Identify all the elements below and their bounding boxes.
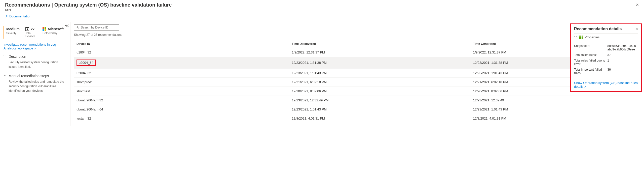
stat-detected-by: Microsoft Detected by <box>40 26 67 39</box>
table-row[interactable]: u1804_32 1/9/2022, 12:31:37 PM 1/9/2022,… <box>74 48 640 57</box>
recommendation-details-panel: Recommendation details ✕ ﹀ Properties Sn… <box>570 23 642 92</box>
external-link-icon: ↗ <box>5 14 8 18</box>
description-title: Description <box>9 54 26 59</box>
description-body: Security related system configuration is… <box>4 60 67 69</box>
stat-severity: Medium Severity <box>4 26 23 39</box>
cell-discovered: 12/20/2021, 8:02:06 PM <box>289 87 470 96</box>
stats-row: Medium Severity 27 Total Devices Microso… <box>4 26 67 39</box>
property-value: 1 <box>608 59 638 66</box>
property-key: SnapshotId: <box>574 44 608 51</box>
property-row: SnapshotId: 8dc9c538-3962-4600-abd9-c7b6… <box>574 43 638 52</box>
properties-toggle[interactable]: ﹀ Properties <box>574 33 638 41</box>
investigate-label: Investigate recommendations in Log Analy… <box>4 43 56 50</box>
external-link-icon: ↗ <box>34 47 36 50</box>
cell-discovered: 12/23/2021, 1:01:43 PM <box>289 105 470 114</box>
cell-discovered: 12/8/2021, 4:01:31 PM <box>289 114 470 123</box>
show-baseline-rules-link[interactable]: Show Operation system (OS) baseline rule… <box>574 81 638 89</box>
description-toggle[interactable]: ﹀ Description <box>4 54 67 59</box>
external-link-icon: ↗ <box>584 85 586 88</box>
cell-device: u1804_32 <box>74 48 289 57</box>
cell-discovered: 12/23/2021, 1:01:43 PM <box>289 69 470 78</box>
property-row: Total rules failed duo to error: 1 <box>574 58 638 67</box>
cell-device: u2004_64 <box>74 57 289 69</box>
cell-generated: 12/23/2021, 1:01:43 PM <box>471 105 640 114</box>
property-key: Total failed rules: <box>574 53 608 57</box>
cell-generated: 12/8/2021, 4:01:31 PM <box>471 114 640 123</box>
remediation-toggle[interactable]: ﹀ Manual remediation steps <box>4 74 67 78</box>
cell-discovered: 12/23/2021, 12:32:49 PM <box>289 96 470 105</box>
sidebar: ≪ Medium Severity 27 Total Devices Micro… <box>0 22 70 126</box>
property-key: Total important failed rules: <box>574 68 608 75</box>
description-section: ﹀ Description Security related system co… <box>4 54 67 69</box>
cell-device: ubuntu2004arm64 <box>74 105 289 114</box>
collapse-sidebar-button[interactable]: ≪ <box>65 23 69 27</box>
breadcrumb: Kfir1 <box>5 8 639 12</box>
cell-device: sbomtest <box>74 87 289 96</box>
table-row[interactable]: ubuntu2004arm64 12/23/2021, 1:01:43 PM 1… <box>74 105 640 114</box>
cell-discovered: 12/21/2021, 6:02:18 PM <box>289 78 470 87</box>
stat-total-devices: 27 Total Devices <box>23 26 40 39</box>
table-row[interactable]: testarm32 12/8/2021, 4:01:31 PM 12/8/202… <box>74 114 640 123</box>
table-row[interactable]: ubuntu2004arm32 12/23/2021, 12:32:49 PM … <box>74 96 640 105</box>
page-header: Recommendations | Operating system (OS) … <box>0 0 644 13</box>
documentation-label: Documentation <box>9 14 31 18</box>
cell-device: u2004_32 <box>74 69 289 78</box>
page-title: Recommendations | Operating system (OS) … <box>5 2 639 8</box>
severity-value: Medium <box>6 27 20 31</box>
property-value: 8dc9c538-3962-4600-abd9-c7b66dc09eee <box>608 44 638 51</box>
cell-device: sbomprod1 <box>74 78 289 87</box>
table-row[interactable]: u2004_32 12/23/2021, 1:01:43 PM 12/23/20… <box>74 69 640 78</box>
chip-icon <box>25 27 29 31</box>
cell-device: testarm32 <box>74 114 289 123</box>
table-row[interactable]: u2004_64 12/23/2021, 1:31:38 PM 12/23/20… <box>74 57 640 69</box>
devices-label: Total Devices <box>25 32 37 38</box>
properties-icon <box>579 36 583 39</box>
property-value: 37 <box>608 53 638 57</box>
search-icon: 🔍︎ <box>76 26 79 29</box>
search-box[interactable]: 🔍︎ <box>74 24 119 31</box>
properties-label: Properties <box>585 35 599 39</box>
chevron-down-icon: ﹀ <box>4 54 7 59</box>
show-baseline-rules-label: Show Operation system (OS) baseline rule… <box>574 81 638 89</box>
cell-device: ubuntu2004arm32 <box>74 96 289 105</box>
property-row: Total failed rules: 37 <box>574 52 638 58</box>
property-row: Total important failed rules: 36 <box>574 67 638 76</box>
detected-value: Microsoft <box>48 27 64 31</box>
details-title: Recommendation details <box>574 27 622 31</box>
recommendations-table: Device ID Time Discovered Time Generated… <box>74 40 640 123</box>
cell-generated: 12/23/2021, 12:32:49 <box>471 96 640 105</box>
property-key: Total rules failed duo to error: <box>574 59 608 66</box>
table-row[interactable]: sbomtest 12/20/2021, 8:02:06 PM 12/20/20… <box>74 87 640 96</box>
column-device-id[interactable]: Device ID <box>74 40 289 48</box>
chevron-down-icon: ﹀ <box>4 74 7 78</box>
search-input[interactable] <box>81 26 119 29</box>
documentation-bar: ↗ Documentation <box>0 13 644 22</box>
severity-label: Severity <box>6 32 20 35</box>
devices-value: 27 <box>31 27 35 31</box>
column-time-discovered[interactable]: Time Discovered <box>289 40 470 48</box>
remediation-title: Manual remediation steps <box>9 74 49 78</box>
remediation-section: ﹀ Manual remediation steps Review the fa… <box>4 74 67 93</box>
more-actions-button[interactable]: ··· <box>157 3 161 7</box>
results-count: Showing 27 of 27 recommendations <box>74 33 640 37</box>
property-value: 36 <box>608 68 638 75</box>
investigate-link[interactable]: Investigate recommendations in Log Analy… <box>4 43 56 50</box>
table-row[interactable]: sbomprod1 12/21/2021, 6:02:18 PM 12/21/2… <box>74 78 640 87</box>
cell-discovered: 1/9/2022, 12:31:37 PM <box>289 48 470 57</box>
detected-label: Detected by <box>43 32 64 35</box>
cell-discovered: 12/23/2021, 1:31:38 PM <box>289 57 470 69</box>
close-details-button[interactable]: ✕ <box>635 27 638 31</box>
content-area: 🔍︎ Showing 27 of 27 recommendations Devi… <box>70 22 644 126</box>
selected-device-highlight: u2004_64 <box>77 60 96 66</box>
chevron-down-icon: ﹀ <box>574 35 577 39</box>
documentation-link[interactable]: ↗ Documentation <box>5 14 31 18</box>
microsoft-logo-icon <box>43 27 46 31</box>
remediation-body: Review the failed rules and remediate th… <box>4 79 67 93</box>
close-icon[interactable]: ✕ <box>636 3 639 7</box>
